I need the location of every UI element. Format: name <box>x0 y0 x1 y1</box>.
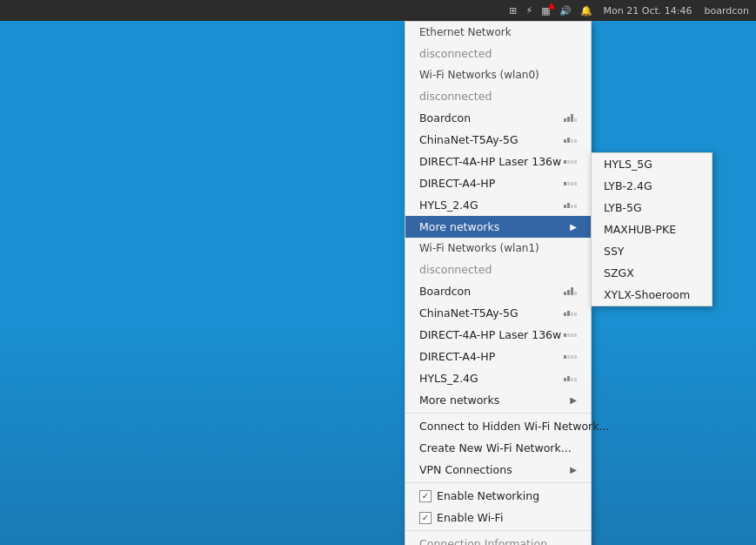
signal-directa4hp-wlan0 <box>564 182 577 185</box>
wlan1-chinanet[interactable]: ChinaNet-T5Ay-5G <box>405 302 591 324</box>
more-networks-wlan0-arrow: ▶ <box>570 222 577 232</box>
bluetooth-icon[interactable]: ⚡ <box>523 3 535 18</box>
connection-information: Connection Information <box>405 533 591 545</box>
wlan0-direct-136w[interactable]: DIRECT-4A-HP Laser 136w <box>405 151 591 172</box>
wlan0-more-networks[interactable]: More networks ▶ <box>405 216 591 238</box>
signal-chinanet-wlan0 <box>564 138 577 143</box>
submenu-lyb5g[interactable]: LYB-5G <box>592 197 712 219</box>
network-dropdown-menu: Ethernet Network disconnected Wi-Fi Netw… <box>405 21 592 545</box>
ethernet-network-header: Ethernet Network <box>405 22 591 43</box>
separator-2 <box>405 482 591 483</box>
volume-icon[interactable]: 🔊 <box>557 3 574 18</box>
enable-networking-checkbox[interactable]: ✓ <box>419 490 432 502</box>
wifi-wlan0-status: disconnected <box>405 85 591 107</box>
signal-boardcon-wlan1 <box>564 287 577 295</box>
wifi-wlan0-header: Wi-Fi Networks (wlan0) <box>405 64 591 85</box>
taskbar-right: ⊞ ⚡ ▦ ▲ 🔊 🔔 Mon 21 Oct. 14:46 boardcon <box>506 3 753 18</box>
ethernet-status: disconnected <box>405 43 591 64</box>
enable-networking-item[interactable]: ✓ Enable Networking <box>405 485 591 507</box>
signal-boardcon-wlan0 <box>564 114 577 122</box>
signal-chinanet-wlan1 <box>564 311 577 316</box>
network-icon-wrapper[interactable]: ▦ ▲ <box>539 3 552 18</box>
submenu-ssy[interactable]: SSY <box>592 240 712 262</box>
wifi-wlan1-header: Wi-Fi Networks (wlan1) <box>405 238 591 259</box>
vpn-connections-arrow: ▶ <box>570 465 577 474</box>
taskbar: ⊞ ⚡ ▦ ▲ 🔊 🔔 Mon 21 Oct. 14:46 boardcon <box>0 0 756 21</box>
signal-hyls24g-wlan0 <box>564 203 577 208</box>
signal-directa4hp-wlan1 <box>564 355 577 359</box>
connect-hidden-wifi[interactable]: Connect to Hidden Wi-Fi Network... <box>405 415 591 437</box>
submenu-szgx[interactable]: SZGX <box>592 262 712 284</box>
signal-direct136w-wlan0 <box>564 160 577 164</box>
username: boardcon <box>700 3 753 18</box>
wifi-wlan1-status: disconnected <box>405 259 591 280</box>
wlan1-boardcon[interactable]: Boardcon <box>405 280 591 302</box>
submenu-maxhub[interactable]: MAXHUB-PKE <box>592 219 712 240</box>
enable-wifi-checkbox[interactable]: ✓ <box>419 512 432 524</box>
wlan1-direct-a4hp[interactable]: DIRECT-A4-HP <box>405 346 591 367</box>
separator-3 <box>405 530 591 531</box>
wlan0-chinanet[interactable]: ChinaNet-T5Ay-5G <box>405 129 591 151</box>
more-networks-wlan1-arrow: ▶ <box>570 395 577 405</box>
red-arrow-indicator: ▲ <box>548 0 555 10</box>
submenu-hyls5g[interactable]: HYLS_5G <box>592 153 712 175</box>
clock: Mon 21 Oct. 14:46 <box>599 3 698 18</box>
wlan1-more-networks[interactable]: More networks ▶ <box>405 389 591 411</box>
wlan1-direct-136w[interactable]: DIRECT-4A-HP Laser 136w <box>405 324 591 346</box>
vpn-connections[interactable]: VPN Connections ▶ <box>405 459 591 481</box>
notification-icon[interactable]: 🔔 <box>578 3 595 18</box>
wlan0-hyls24g[interactable]: HYLS_2.4G <box>405 194 591 216</box>
enable-wifi-label: Enable Wi-Fi <box>437 511 503 524</box>
desktop: ⊞ ⚡ ▦ ▲ 🔊 🔔 Mon 21 Oct. 14:46 boardcon E… <box>0 0 756 545</box>
enable-networking-label: Enable Networking <box>437 489 539 502</box>
more-networks-submenu: HYLS_5G LYB-2.4G LYB-5G MAXHUB-PKE SSY S… <box>591 152 713 306</box>
wlan0-boardcon[interactable]: Boardcon <box>405 107 591 129</box>
wlan1-hyls24g[interactable]: HYLS_2.4G <box>405 367 591 389</box>
separator-1 <box>405 413 591 414</box>
enable-wifi-item[interactable]: ✓ Enable Wi-Fi <box>405 507 591 528</box>
submenu-lyb24g[interactable]: LYB-2.4G <box>592 175 712 197</box>
signal-hyls24g-wlan1 <box>564 376 577 381</box>
create-new-wifi[interactable]: Create New Wi-Fi Network... <box>405 437 591 459</box>
wlan0-direct-a4hp[interactable]: DIRECT-A4-HP <box>405 172 591 194</box>
submenu-xylx[interactable]: XYLX-Shoeroom <box>592 284 712 306</box>
signal-direct136w-wlan1 <box>564 333 577 337</box>
grid-icon[interactable]: ⊞ <box>506 3 519 18</box>
